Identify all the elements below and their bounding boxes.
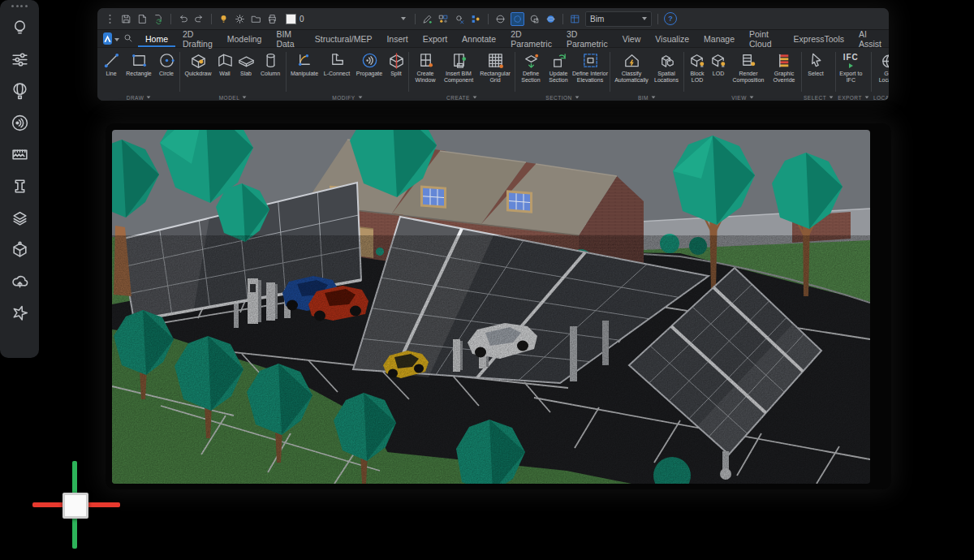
layers-stack-icon[interactable] <box>3 202 36 234</box>
regen-gear-icon[interactable] <box>454 13 466 25</box>
lightbulb-icon[interactable] <box>218 13 230 25</box>
group-modify: Manipulate L-Connect Propagate Split MOD… <box>288 49 407 101</box>
view-shaded-icon[interactable] <box>511 12 524 26</box>
circle-button[interactable]: Circle <box>155 49 178 93</box>
steel-ibeam-icon[interactable] <box>3 170 36 202</box>
edit-pencil-icon[interactable] <box>421 13 433 25</box>
propagate-button[interactable]: Propagate <box>353 49 386 93</box>
tab-3d-parametric[interactable]: 3D Parametric <box>559 30 615 47</box>
manipulate-button[interactable]: Manipulate <box>288 49 321 93</box>
color-swatch[interactable] <box>286 14 296 24</box>
tab-bim-data[interactable]: BIM Data <box>269 30 307 47</box>
line-button[interactable]: Line <box>100 49 123 93</box>
tab-manage[interactable]: Manage <box>696 30 742 47</box>
tab-structural-mep[interactable]: Structural/MEP <box>308 30 380 47</box>
export-to-ifc-button[interactable]: IFCExport to IFC <box>838 49 864 93</box>
redo-icon[interactable] <box>193 13 205 25</box>
view-sphere-icon[interactable] <box>545 13 557 25</box>
search-icon[interactable] <box>123 32 133 46</box>
workspace-dropdown[interactable]: Bim <box>585 11 652 27</box>
menu-dots-icon[interactable] <box>104 13 116 25</box>
group-location: Geo Location LOCATION <box>873 49 889 101</box>
define-section-button[interactable]: Define Section <box>517 49 545 93</box>
tab-2d-drafting[interactable]: 2D Drafting <box>175 30 220 47</box>
group-label-bim[interactable]: BIM <box>612 93 682 101</box>
insert-bim-component-button[interactable]: Insert BIM Component <box>440 49 477 93</box>
drag-handle[interactable] <box>11 5 28 7</box>
help-button[interactable]: ? <box>664 12 677 25</box>
group-label-export[interactable]: EXPORT <box>838 93 869 101</box>
tab-export[interactable]: Export <box>416 30 455 47</box>
column-button[interactable]: Column <box>256 49 284 93</box>
group-select: Select SELECT <box>804 49 834 101</box>
view-circle-icon[interactable] <box>494 13 506 25</box>
tab-2d-parametric[interactable]: 2D Parametric <box>503 30 559 47</box>
layer-dropdown[interactable]: 0 <box>282 12 409 26</box>
material-hatch-icon[interactable] <box>3 139 36 170</box>
group-label-location[interactable]: LOCATION <box>873 93 889 101</box>
classify-automatically-button[interactable]: Classify Automatically <box>612 49 651 93</box>
group-label-model[interactable]: MODEL <box>182 93 284 101</box>
tab-point-cloud[interactable]: Point Cloud <box>742 30 787 47</box>
quickdraw-button[interactable]: Quickdraw <box>182 49 214 93</box>
l-connect-button[interactable]: L-Connect <box>321 49 353 93</box>
visibility-bulbs-icon[interactable] <box>437 13 450 25</box>
ribbon-body: Line Rectangle Circle DRAW Quickdraw Wal… <box>97 48 889 101</box>
rectangular-grid-button[interactable]: Rectangular Grid <box>477 49 513 93</box>
group-label-create[interactable]: CREATE <box>411 93 513 101</box>
group-label-modify[interactable]: MODIFY <box>288 93 407 101</box>
group-create: Create Window Insert BIM Component Recta… <box>411 49 513 101</box>
sync-icon[interactable] <box>153 13 165 25</box>
group-label-view[interactable]: VIEW <box>686 93 799 101</box>
viewport-3d-scene[interactable] <box>112 130 870 484</box>
group-label-draw[interactable]: DRAW <box>100 93 178 101</box>
chevron-down-icon <box>642 17 647 20</box>
tab-annotate[interactable]: Annotate <box>455 30 503 47</box>
tab-visualize[interactable]: Visualize <box>648 30 696 47</box>
view-box-icon[interactable] <box>528 13 541 25</box>
desktop: { "app": { "workspace_value": "Bim", "la… <box>0 0 974 560</box>
cloud-upload-icon[interactable] <box>3 265 36 297</box>
block-lod-button[interactable]: Block LOD <box>686 49 709 93</box>
printer-icon[interactable] <box>266 13 278 25</box>
hot-air-balloon-icon[interactable] <box>3 75 36 107</box>
rectangle-button[interactable]: Rectangle <box>123 49 155 93</box>
tab-ai-assist[interactable]: AI Assist <box>851 30 889 47</box>
block-cube-icon[interactable] <box>3 234 36 265</box>
app-logo[interactable] <box>103 32 112 45</box>
settings-gear-icon[interactable] <box>234 13 246 25</box>
group-label-section[interactable]: SECTION <box>517 93 608 101</box>
folder-icon[interactable] <box>250 13 262 25</box>
ribbon-tab-bar: Home 2D Drafting Modeling BIM Data Struc… <box>97 30 889 48</box>
save-icon[interactable] <box>120 13 132 25</box>
slab-button[interactable]: Slab <box>235 49 256 93</box>
tab-insert[interactable]: Insert <box>379 30 415 47</box>
lod-button[interactable]: LOD <box>709 49 728 93</box>
snap-bulb-icon[interactable] <box>470 13 482 25</box>
wall-button[interactable]: Wall <box>214 49 235 93</box>
undo-icon[interactable] <box>177 13 189 25</box>
chevron-down-icon[interactable] <box>114 38 119 41</box>
group-bim: Classify Automatically Spatial Locations… <box>612 49 682 101</box>
tab-home[interactable]: Home <box>138 30 175 47</box>
geo-location-button[interactable]: Geo Location <box>873 49 889 93</box>
select-button[interactable]: Select <box>804 49 828 93</box>
group-label-select[interactable]: SELECT <box>804 93 834 101</box>
tab-modeling[interactable]: Modeling <box>220 30 269 47</box>
drawing-tabs-icon[interactable] <box>569 13 581 25</box>
tab-expresstools[interactable]: ExpressTools <box>787 30 851 47</box>
render-settings-sliders-icon[interactable] <box>3 44 36 75</box>
tab-view[interactable]: View <box>615 30 649 47</box>
create-window-button[interactable]: Create Window <box>411 49 440 93</box>
spatial-locations-button[interactable]: Spatial Locations <box>651 49 682 93</box>
propagate-waves-icon[interactable] <box>3 107 36 139</box>
define-interior-elevations-button[interactable]: Define Interior Elevations <box>572 49 608 93</box>
pin-star-icon[interactable] <box>3 297 36 329</box>
update-section-button[interactable]: Update Section <box>545 49 572 93</box>
dormer-window <box>506 190 532 213</box>
new-document-icon[interactable] <box>136 13 149 25</box>
split-button[interactable]: Split <box>386 49 407 93</box>
graphic-override-button[interactable]: Graphic Override <box>769 49 799 93</box>
lightbulb-icon[interactable] <box>3 12 36 44</box>
render-composition-button[interactable]: Render Composition <box>728 49 769 93</box>
